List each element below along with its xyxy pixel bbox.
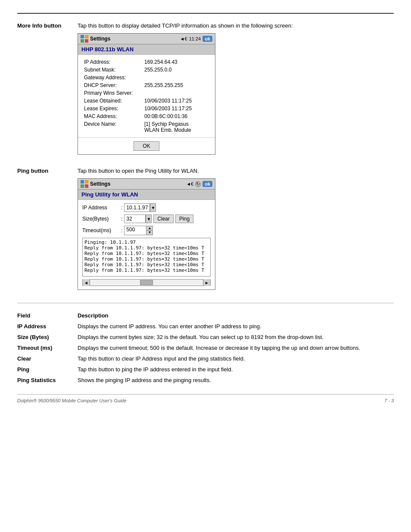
- info-table-row: Primary Wins Server:: [82, 89, 211, 97]
- info-field-label: MAC Address:: [82, 112, 143, 120]
- more-info-description: Tap this button to display detailed TCP/…: [78, 22, 394, 29]
- field-table-row: ClearTap this button to clear IP Address…: [17, 353, 394, 364]
- info-field-label: Lease Obtained:: [82, 97, 143, 105]
- ok-badge-1[interactable]: ok: [202, 36, 212, 42]
- info-field-value: 255.255.0.0: [143, 66, 211, 74]
- timeout-label: Timeout(ms): [82, 227, 121, 233]
- info-field-value: [143, 89, 211, 97]
- info-table-row: DHCP Server:255.255.255.255: [82, 81, 211, 89]
- svg-rect-2: [81, 39, 84, 43]
- info-field-value: 10/06/2003 11:17:25: [143, 97, 211, 105]
- field-name: Size (Bytes): [17, 332, 78, 342]
- screen-title-bar-2: Ping Utility for WLAN: [78, 190, 215, 200]
- field-table-row: Ping StatisticsShows the pinging IP addr…: [17, 375, 394, 386]
- info-field-label: IP Address:: [82, 58, 143, 66]
- clear-button[interactable]: Clear: [153, 215, 174, 223]
- settings-logo-icon-2: [81, 180, 88, 188]
- timeout-spinner[interactable]: 500 ▲ ▼: [124, 226, 153, 235]
- field-table-header: Field Description: [17, 310, 394, 321]
- ip-dropdown[interactable]: 10.1.1.97 ▼: [124, 203, 156, 212]
- bottom-rule: [17, 394, 394, 395]
- info-field-value: 00:0B:6C:00:01:36: [143, 112, 211, 120]
- info-field-label: DHCP Server:: [82, 81, 143, 89]
- size-dropdown[interactable]: 32 ▼: [124, 215, 152, 223]
- info-table-row: Gateway Address:: [82, 74, 211, 81]
- size-row: Size(Bytes) : 32 ▼ Clear Ping: [82, 215, 211, 223]
- field-table-row: Size (Bytes)Displays the current bytes s…: [17, 332, 394, 342]
- ok-badge-2[interactable]: ok: [202, 181, 212, 187]
- svg-rect-7: [85, 184, 88, 188]
- ping-description: Tap this button to open the Ping Utility…: [78, 168, 394, 174]
- scroll-thumb[interactable]: [140, 280, 153, 285]
- screen-title-bar-1: HHP 802.11b WLAN: [78, 44, 215, 55]
- svg-rect-3: [85, 39, 88, 43]
- scroll-track: [90, 280, 203, 286]
- footer-left: Dolphin® 9500/9550 Mobile Computer User'…: [17, 398, 127, 403]
- ping-content: Tap this button to open the Ping Utility…: [78, 168, 394, 290]
- refresh-icon-2: ↻: [195, 181, 201, 187]
- ping-button[interactable]: Ping: [175, 215, 193, 223]
- timeout-up-arrow[interactable]: ▲: [146, 226, 153, 230]
- size-label: Size(Bytes): [82, 216, 121, 222]
- size-colon: :: [121, 216, 122, 222]
- signal-icon-1: ◄€: [180, 36, 187, 41]
- info-field-label: Subnet Mask:: [82, 66, 143, 74]
- svg-rect-6: [81, 184, 84, 188]
- col1-header: Field: [17, 310, 78, 321]
- more-info-section: More Info button Tap this button to disp…: [17, 22, 394, 155]
- svg-rect-4: [81, 180, 84, 184]
- screen-header-1: Settings ◄€ ◄€ 11:24 11:24 ok: [78, 34, 215, 44]
- field-description: Displays the current timeout; 500 is the…: [78, 342, 394, 353]
- screen-ok-button[interactable]: OK: [134, 141, 159, 151]
- field-description: Tap this button to clear IP Address inpu…: [78, 353, 394, 364]
- signal-icon-2: ◄€: [186, 181, 193, 187]
- ip-colon: :: [121, 205, 122, 211]
- field-description: Tap this button to ping the IP address e…: [78, 364, 394, 375]
- ip-address-label: IP Address: [82, 205, 121, 211]
- ping-label: Ping button: [17, 168, 78, 174]
- scroll-right-button[interactable]: ►: [203, 279, 210, 286]
- more-info-label: More Info button: [17, 22, 78, 29]
- ping-stat-line: Pinging: 10.1.1.97: [84, 240, 209, 245]
- scroll-left-button[interactable]: ◄: [83, 279, 90, 286]
- ip-dropdown-arrow[interactable]: ▼: [150, 203, 156, 212]
- ping-section: Ping button Tap this button to open the …: [17, 168, 394, 290]
- screen-time-1: ◄€ ◄€ 11:24 11:24 ok: [180, 36, 212, 42]
- ip-input[interactable]: 10.1.1.97: [124, 203, 150, 212]
- screen-title-1: Settings: [81, 35, 110, 43]
- more-info-content: Tap this button to display detailed TCP/…: [78, 22, 394, 155]
- screen-body-1: IP Address:169.254.64.43Subnet Mask:255.…: [78, 55, 215, 137]
- ping-stat-line: Reply from 10.1.1.97: bytes=32 time<10ms…: [84, 268, 209, 273]
- field-description: Displays the current bytes size; 32 is t…: [78, 332, 394, 342]
- screen-footer-1: OK: [78, 137, 215, 154]
- timeout-input[interactable]: 500: [125, 226, 146, 235]
- svg-rect-5: [85, 180, 88, 184]
- info-table-row: MAC Address:00:0B:6C:00:01:36: [82, 112, 211, 120]
- ping-stat-line: Reply from 10.1.1.97: bytes=32 time<10ms…: [84, 251, 209, 256]
- info-field-label: Gateway Address:: [82, 74, 143, 81]
- footer: Dolphin® 9500/9550 Mobile Computer User'…: [17, 398, 394, 403]
- field-description: Displays the current IP address. You can…: [78, 321, 394, 332]
- info-field-value: 10/06/2003 11:17:25: [143, 105, 211, 112]
- settings-logo-icon: [81, 35, 88, 43]
- field-name: Timeout (ms): [17, 342, 78, 353]
- more-info-screen: Settings ◄€ ◄€ 11:24 11:24 ok HHP 802.11…: [78, 33, 215, 155]
- top-rule: [17, 13, 394, 14]
- size-input[interactable]: 32: [124, 215, 146, 223]
- timeout-down-arrow[interactable]: ▼: [146, 230, 153, 235]
- col2-header: Description: [78, 310, 394, 321]
- screen-header-2: Settings ◄€ ↻ ok: [78, 179, 215, 190]
- info-field-value: 255.255.255.255: [143, 81, 211, 89]
- ping-scrollbar[interactable]: ◄ ►: [82, 279, 211, 286]
- ping-screen: Settings ◄€ ↻ ok Ping Utility for WLAN I…: [78, 178, 215, 290]
- field-description-table: Field Description IP AddressDisplays the…: [17, 310, 394, 386]
- ping-screen-body: IP Address : 10.1.1.97 ▼ Size(Bytes) :: [78, 200, 215, 289]
- divider-rule: [17, 303, 394, 303]
- field-table-row: PingTap this button to ping the IP addre…: [17, 364, 394, 375]
- info-table: IP Address:169.254.64.43Subnet Mask:255.…: [82, 58, 211, 134]
- ping-stat-line: Reply from 10.1.1.97: bytes=32 time<10ms…: [84, 256, 209, 262]
- size-dropdown-arrow[interactable]: ▼: [146, 215, 152, 223]
- ping-statistics-box: Pinging: 10.1.1.97Reply from 10.1.1.97: …: [82, 238, 211, 277]
- footer-right: 7 - 3: [384, 398, 394, 403]
- ip-address-row: IP Address : 10.1.1.97 ▼: [82, 203, 211, 212]
